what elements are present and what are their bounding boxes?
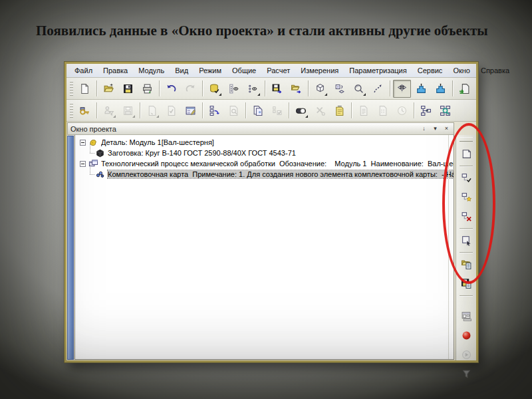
diagram-search-button[interactable] — [436, 102, 454, 120]
move-element-button[interactable] — [331, 80, 348, 98]
access-key-button[interactable] — [76, 102, 94, 120]
menu-item-6[interactable]: Общие — [227, 65, 261, 76]
menu-item-4[interactable]: Вид — [170, 65, 194, 76]
traj-icon — [372, 83, 384, 94]
toolbar-separator — [202, 80, 203, 96]
toolbar-separator — [202, 102, 203, 118]
tree-item-label: Деталь: Модуль 1[Вал-шестерня] — [101, 138, 214, 146]
checklist-button — [268, 102, 286, 120]
doc-insert-button[interactable] — [249, 102, 267, 120]
copy-from-folder-button[interactable] — [458, 255, 475, 273]
new-file-button[interactable] — [76, 80, 94, 98]
card-add-button[interactable] — [458, 188, 475, 206]
doc-attach-button[interactable] — [331, 102, 348, 120]
toolbar-grip[interactable] — [70, 81, 73, 96]
view-structure-button[interactable] — [225, 80, 243, 98]
tree-expander[interactable] — [80, 140, 86, 146]
card-check-button[interactable] — [458, 169, 475, 187]
doc-template-button — [143, 102, 161, 120]
menu-item-9[interactable]: Параметризация — [344, 65, 412, 76]
menu-item-5[interactable]: Режим — [194, 65, 227, 76]
open-model-button[interactable] — [287, 80, 305, 98]
undo-button[interactable] — [162, 80, 180, 98]
menu-item-2[interactable]: Правка — [98, 65, 133, 76]
menu-item-1[interactable]: Файл — [69, 65, 98, 76]
print-button[interactable] — [138, 80, 156, 98]
toolbar-separator — [390, 80, 390, 96]
section-view-button[interactable] — [350, 80, 368, 98]
toggle-switch-button[interactable] — [292, 102, 310, 120]
toolbar-main — [66, 78, 476, 100]
trajectory-button[interactable] — [369, 80, 387, 98]
diagsearch-icon — [440, 105, 451, 116]
clock-button — [393, 102, 411, 120]
toolbar-separator — [140, 102, 140, 118]
tree-item-4[interactable]: Комплектовочная карта Примечание: 1. Для… — [75, 169, 454, 180]
toolbar-separator — [351, 102, 352, 118]
form-editor-button[interactable] — [182, 102, 200, 120]
tree-item-2[interactable]: Заготовка: Круг В-140 ГОСТ 2590-88/40Х Г… — [75, 148, 454, 158]
grid-toggle-button[interactable] — [393, 80, 411, 98]
cutx-icon — [315, 105, 326, 116]
tree-connector — [86, 148, 95, 158]
open-button[interactable] — [100, 80, 118, 98]
record-sphere-button[interactable] — [458, 327, 475, 344]
tree-item-3[interactable]: Технологический процесс механической обр… — [75, 158, 454, 169]
tree-expander[interactable] — [80, 161, 86, 167]
formwin-icon — [461, 311, 472, 322]
diagram-accept-button[interactable] — [417, 102, 435, 120]
toolbar-separator — [452, 80, 453, 96]
dbcheck-icon — [209, 83, 220, 94]
tree-transfer-button[interactable] — [205, 102, 223, 120]
toolbar-separator — [414, 102, 414, 118]
toolbar-separator — [308, 80, 309, 96]
card-select-button[interactable] — [458, 231, 475, 249]
save-as-copy-button[interactable] — [458, 275, 475, 293]
doctext-icon — [358, 105, 369, 116]
new-card-button[interactable] — [458, 145, 475, 163]
menu-item-10[interactable]: Сервис — [412, 65, 448, 76]
dock-area: Окно проекта ↓▾× Деталь: Модуль 1[Вал-ше… — [66, 122, 476, 360]
gridbtn-icon — [396, 83, 408, 94]
app-window: ФайлПравкаМодульВидРежимОбщиеРасчетИзмер… — [65, 62, 478, 362]
right-toolbar — [456, 135, 476, 360]
support-front-button[interactable] — [412, 80, 430, 98]
docpreview-icon — [228, 105, 239, 116]
menu-item-3[interactable]: Модуль — [133, 65, 170, 76]
cube-3d-button[interactable] — [311, 80, 329, 98]
save-button[interactable] — [119, 80, 137, 98]
cube-icon — [315, 83, 326, 94]
toolbar-separator — [460, 166, 473, 166]
doc-preview-button — [225, 102, 243, 120]
toolbar-separator — [96, 80, 97, 96]
toolbar-separator — [460, 252, 473, 253]
save-model-button[interactable] — [268, 80, 286, 98]
menu-item-12[interactable]: Справка — [475, 65, 515, 76]
doc-check-button — [162, 102, 180, 120]
pin-button[interactable]: ↓ — [420, 124, 428, 133]
project-panel-title: Окно проекта — [70, 125, 116, 133]
fixture-icon — [435, 83, 446, 94]
collapse-button[interactable]: ▾ — [431, 124, 440, 133]
dock-body: Деталь: Модуль 1[Вал-шестерня]Заготовка:… — [66, 135, 476, 360]
form-window-button[interactable] — [458, 307, 475, 325]
savecopy-icon — [461, 278, 472, 289]
foldercopy-icon — [461, 259, 472, 270]
database-check-button[interactable] — [205, 80, 223, 98]
view-elements-button[interactable] — [244, 80, 262, 98]
close-button[interactable]: × — [442, 124, 451, 133]
nodex-icon — [461, 211, 472, 222]
menu-item-7[interactable]: Расчет — [261, 65, 295, 76]
support-side-button[interactable] — [432, 80, 450, 98]
menu-item-8[interactable]: Измерения — [295, 65, 344, 76]
redo-icon — [185, 83, 196, 94]
tree-item-1[interactable]: Деталь: Модуль 1[Вал-шестерня] — [75, 137, 454, 148]
card-delete-button[interactable] — [458, 207, 475, 225]
project-panel-titlebar[interactable]: Окно проекта ↓▾× — [67, 122, 454, 135]
toolbar-grip[interactable] — [460, 137, 473, 142]
project-tree: Деталь: Модуль 1[Вал-шестерня]Заготовка:… — [74, 135, 454, 360]
export-button[interactable] — [456, 80, 473, 98]
toolbar-grip[interactable] — [70, 103, 73, 118]
menu-item-11[interactable]: Окно — [448, 65, 475, 76]
left-dock-strip — [67, 136, 74, 360]
